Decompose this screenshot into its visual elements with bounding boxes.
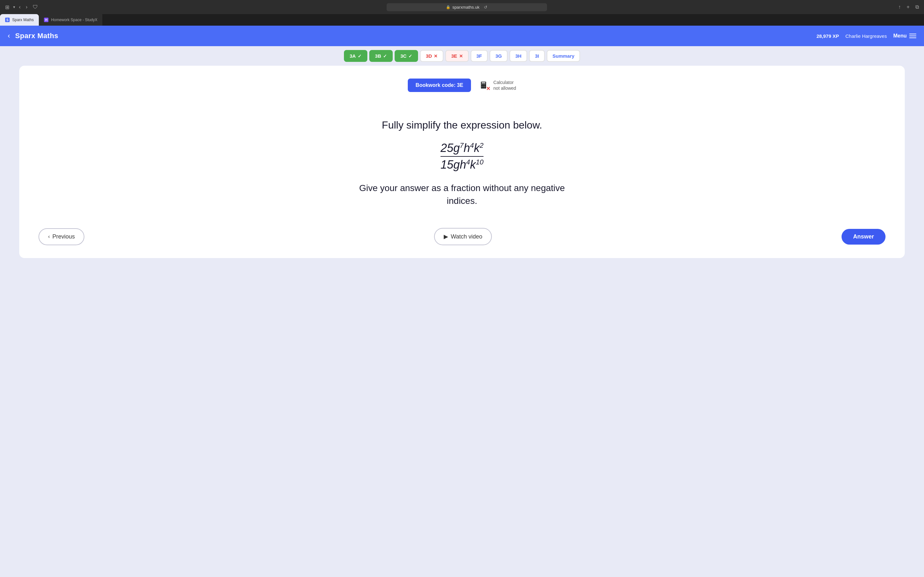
tab-3e-label: 3E	[451, 53, 457, 59]
tab-3f-label: 3F	[477, 53, 482, 59]
calculator-icon: 🖩 ✕	[477, 79, 490, 92]
new-tab-button[interactable]: +	[905, 3, 911, 11]
browser-actions: ↑ + ⧉	[897, 3, 920, 11]
g-var-denom: g	[453, 158, 460, 171]
tab-3i-label: 3I	[535, 53, 539, 59]
chevron-left-icon: ‹	[48, 234, 50, 239]
tab-3b[interactable]: 3B ✓	[369, 50, 393, 62]
chrome-chevron-down-icon: ▾	[13, 5, 15, 9]
fraction-denominator: 15gh4k10	[441, 157, 483, 171]
fraction-numerator: 25g7h4k2	[441, 141, 483, 157]
x-icon-3d: ✕	[434, 53, 438, 59]
header-right: 28,979 XP Charlie Hargreaves Menu	[817, 33, 916, 39]
h-var-denom: h	[460, 158, 466, 171]
menu-label: Menu	[893, 33, 907, 39]
previous-button[interactable]: ‹ Previous	[39, 228, 84, 245]
previous-label: Previous	[52, 234, 75, 240]
watch-video-button[interactable]: ▶ Watch video	[434, 228, 492, 245]
video-icon: ▶	[444, 233, 448, 240]
check-icon: ✓	[358, 53, 362, 59]
k-var-denom: k	[470, 158, 476, 171]
tab-3d[interactable]: 3D ✕	[420, 50, 443, 62]
tab-3g-label: 3G	[495, 53, 502, 59]
question-area: Fully simplify the expression below. 25g…	[39, 111, 885, 215]
browser-tabs: S Sparx Maths H Homework Space - StudyX	[0, 14, 924, 26]
tab-3c[interactable]: 3C ✓	[395, 50, 418, 62]
answer-button[interactable]: Answer	[842, 229, 885, 245]
g-var: g	[453, 141, 460, 155]
lock-icon: 🔒	[446, 5, 451, 9]
tab-3h[interactable]: 3H	[509, 50, 527, 62]
tab-sparx-label: Sparx Maths	[12, 18, 34, 22]
k-var: k	[474, 141, 480, 155]
check-icon-3c: ✓	[409, 53, 412, 59]
x-icon-3e: ✕	[459, 53, 463, 59]
forward-button[interactable]: ›	[24, 3, 29, 11]
sparx-favicon: S	[5, 18, 10, 22]
tab-3c-label: 3C	[401, 53, 407, 59]
hamburger-icon	[909, 34, 916, 38]
sidebar-toggle[interactable]: ⊞	[4, 3, 11, 11]
answer-label: Answer	[853, 234, 874, 240]
tab-studyx-label: Homework Space - StudyX	[51, 18, 97, 22]
tab-summary[interactable]: Summary	[547, 50, 580, 62]
refresh-icon[interactable]: ↺	[484, 5, 487, 10]
tab-3f[interactable]: 3F	[471, 50, 488, 62]
calculator-status: 🖩 ✕ Calculator not allowed	[477, 79, 516, 92]
share-button[interactable]: ↑	[897, 3, 902, 11]
tab-3b-label: 3B	[375, 53, 381, 59]
watch-video-label: Watch video	[451, 234, 482, 240]
back-button[interactable]: ‹	[18, 3, 22, 11]
tab-sparx[interactable]: S Sparx Maths	[0, 14, 39, 26]
menu-button[interactable]: Menu	[893, 33, 916, 39]
studyx-favicon: H	[44, 18, 48, 22]
math-expression: 25g7h4k2 15gh4k10	[441, 141, 483, 171]
content-card: Bookwork code: 3E 🖩 ✕ Calculator not all…	[19, 66, 905, 258]
calculator-x-icon: ✕	[486, 85, 490, 92]
main-content: Bookwork code: 3E 🖩 ✕ Calculator not all…	[0, 66, 924, 271]
task-tabs: 3A ✓ 3B ✓ 3C ✓ 3D ✕ 3E ✕ 3F 3G 3H 3I Sum…	[0, 46, 924, 66]
h-var: h	[464, 141, 470, 155]
tab-3g[interactable]: 3G	[489, 50, 507, 62]
browser-controls: ⊞ ▾ ‹ ›	[4, 3, 29, 11]
address-bar[interactable]: 🔒 sparxmaths.uk ↺	[387, 3, 547, 11]
tab-3a[interactable]: 3A ✓	[344, 50, 367, 62]
sub-instruction: Give your answer as a fraction without a…	[350, 182, 574, 207]
tab-3d-label: 3D	[426, 53, 432, 59]
windows-button[interactable]: ⧉	[914, 3, 920, 11]
username: Charlie Hargreaves	[845, 33, 887, 39]
shield-icon: 🛡	[33, 4, 38, 10]
calculator-text: Calculator not allowed	[493, 79, 516, 91]
tab-studyx[interactable]: H Homework Space - StudyX	[39, 14, 102, 26]
tab-3i[interactable]: 3I	[529, 50, 545, 62]
browser-chrome: ⊞ ▾ ‹ › 🛡 🔒 sparxmaths.uk ↺ ↑ + ⧉	[0, 0, 924, 14]
tab-3a-label: 3A	[350, 53, 356, 59]
bookwork-code: Bookwork code: 3E	[408, 79, 471, 92]
tab-3e[interactable]: 3E ✕	[445, 50, 468, 62]
tab-summary-label: Summary	[552, 53, 574, 59]
bookwork-row: Bookwork code: 3E 🖩 ✕ Calculator not all…	[39, 79, 885, 92]
bottom-actions: ‹ Previous ▶ Watch video Answer	[39, 228, 885, 245]
app-logo: Sparx Maths	[15, 32, 58, 40]
question-instruction: Fully simplify the expression below.	[382, 119, 542, 131]
url-text: sparxmaths.uk	[452, 5, 480, 10]
check-icon-3b: ✓	[383, 53, 387, 59]
xp-badge: 28,979 XP	[817, 33, 839, 39]
app-header: ‹ Sparx Maths 28,979 XP Charlie Hargreav…	[0, 26, 924, 46]
tab-3h-label: 3H	[515, 53, 521, 59]
back-button[interactable]: ‹	[8, 32, 10, 40]
